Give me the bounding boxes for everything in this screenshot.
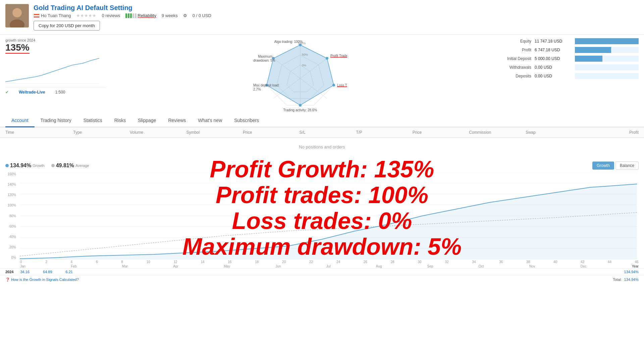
- copy-button[interactable]: Copy for 200 USD per month: [34, 21, 100, 31]
- svg-point-15: [299, 104, 302, 107]
- growth-stat: 134.94% Growth: [5, 163, 45, 169]
- month-dec: Dec: [581, 264, 587, 268]
- month-jul: Jul: [326, 264, 331, 268]
- year-val-2: 64.89: [43, 270, 52, 274]
- svg-marker-34: [20, 184, 637, 259]
- tab-subscribers[interactable]: Subscribers: [228, 114, 265, 127]
- header: Gold Trading AI Default Setting Ho Tuan …: [0, 0, 644, 35]
- tab-trading-history[interactable]: Trading history: [35, 114, 77, 127]
- radar-chart: 50% 0% 100% Algo trading: 100% Profit Tr…: [253, 38, 347, 112]
- month-nov: Nov: [529, 264, 535, 268]
- tab-statistics[interactable]: Statistics: [77, 114, 108, 127]
- y-label-120: 120%: [5, 193, 16, 197]
- y-axis: 160% 140% 120% 100% 80% 60% 40% 20% 0%: [5, 172, 18, 259]
- x-42: 42: [581, 260, 584, 264]
- year-val-3: 6.21: [66, 270, 73, 274]
- month-labels: Jan Feb Mar Apr May Jun Jul Aug Sep Oct …: [5, 264, 639, 268]
- chart-buttons: Growth Balance: [592, 162, 639, 170]
- no-data-message: No positions and orders: [0, 138, 644, 156]
- x-8: 8: [121, 260, 123, 264]
- y-label-40: 40%: [5, 235, 16, 239]
- tab-risks[interactable]: Risks: [108, 114, 132, 127]
- year-val-1: 34.16: [20, 270, 30, 274]
- y-label-100: 100%: [5, 203, 16, 207]
- x-32: 32: [445, 260, 448, 264]
- x-6: 6: [96, 260, 98, 264]
- month-jan: Jan: [20, 264, 25, 268]
- svg-text:50%: 50%: [302, 53, 308, 56]
- x-38: 38: [526, 260, 530, 264]
- svg-point-3: [13, 8, 21, 17]
- footer: How is the Growth in Signals Calculated?…: [0, 275, 644, 284]
- col-type: Type: [73, 130, 130, 135]
- tab-slippage[interactable]: Slippage: [132, 114, 162, 127]
- users-count: 0 / 0 USD: [193, 13, 211, 18]
- initial-deposit-label: Initial Deposit: [494, 56, 535, 61]
- growth-stat-val: 134.94%: [10, 163, 31, 169]
- x-10: 10: [147, 260, 150, 264]
- x-14: 14: [201, 260, 204, 264]
- x-28: 28: [391, 260, 394, 264]
- x-44: 44: [608, 260, 611, 264]
- x-20: 20: [282, 260, 286, 264]
- radar-deposit-load-label: Max deposit load:: [253, 83, 279, 87]
- col-tp: T/P: [356, 130, 413, 135]
- broker-info: ✔ Weltrade-Live 1:500: [5, 87, 106, 97]
- x-26: 26: [364, 260, 367, 264]
- header-info: Gold Trading AI Default Setting Ho Tuan …: [34, 4, 639, 31]
- growth-button[interactable]: Growth: [592, 162, 614, 170]
- initial-deposit-bar: [575, 56, 602, 62]
- growth-percentage: 135%: [5, 42, 106, 54]
- author-name: Ho Tuan Thang: [41, 13, 71, 18]
- equity-row: Equity 11 747.18 USD: [494, 38, 639, 44]
- year-label-right: Year: [632, 264, 639, 268]
- col-sl: S/L: [300, 130, 356, 135]
- withdrawals-bar-container: [575, 64, 639, 70]
- radar-drawdown-label: Maximum: [258, 55, 272, 58]
- col-profit: Profit: [582, 130, 639, 135]
- tab-account[interactable]: Account: [5, 114, 35, 127]
- signal-meta: Ho Tuan Thang ★★★★★ 0 reviews Reliabilit…: [34, 13, 639, 18]
- weeks: 9 weeks: [162, 13, 178, 18]
- stats-section: Equity 11 747.18 USD Profit 6 747.18 USD…: [494, 38, 639, 113]
- svg-text:2.7%: 2.7%: [253, 87, 261, 91]
- year-bar: 2024 34.16 64.89 6.21 134.94%: [0, 268, 644, 275]
- col-price2: Price: [413, 130, 469, 135]
- main-content: No positions and orders 134.94% Growth 4…: [0, 138, 644, 275]
- reliability-label: Reliability: [138, 13, 156, 18]
- x-30: 30: [418, 260, 422, 264]
- x-46: 46: [635, 260, 639, 264]
- growth-since-label: growth since 2024: [5, 38, 106, 42]
- month-aug: Aug: [376, 264, 382, 268]
- x-18: 18: [255, 260, 259, 264]
- footer-link[interactable]: How is the Growth in Signals Calculated?: [5, 278, 79, 282]
- tabs: Account Trading history Statistics Risks…: [0, 114, 644, 127]
- avg-stat-label: Average: [75, 164, 89, 168]
- growth-stat-label: Growth: [33, 164, 44, 168]
- deposits-label: Deposits: [494, 74, 535, 78]
- deposits-row: Deposits 0.00 USD: [494, 73, 639, 79]
- avg-dot: [51, 164, 55, 167]
- equity-label: Equity: [494, 39, 535, 44]
- deposits-value: 0.00 USD: [535, 74, 575, 78]
- chart-container: 134.94% Growth 49.81% Average Growth Bal…: [0, 156, 644, 268]
- avg-stat-val: 49.81%: [56, 163, 74, 169]
- withdrawals-value: 0.00 USD: [535, 65, 575, 70]
- year-label: 2024: [5, 270, 13, 274]
- check-icon: ✔: [5, 90, 9, 95]
- radar-activity-label: Trading activity: 28.6%: [283, 108, 317, 112]
- col-swap: Swap: [526, 130, 582, 135]
- initial-deposit-bar-container: [575, 56, 639, 62]
- stars: ★★★★★: [76, 13, 96, 18]
- x-40: 40: [553, 260, 557, 264]
- balance-button[interactable]: Balance: [615, 162, 639, 170]
- tab-whats-new[interactable]: What's new: [192, 114, 228, 127]
- total-value: 134.94%: [624, 278, 639, 282]
- y-label-140: 140%: [5, 183, 16, 186]
- initial-deposit-value: 5 000.00 USD: [535, 56, 575, 61]
- tab-reviews[interactable]: Reviews: [162, 114, 192, 127]
- profit-bar: [575, 47, 611, 53]
- avatar: [5, 4, 29, 27]
- radar-algo-label: Algo trading: 100%: [274, 40, 303, 44]
- equity-bar-container: [575, 38, 639, 44]
